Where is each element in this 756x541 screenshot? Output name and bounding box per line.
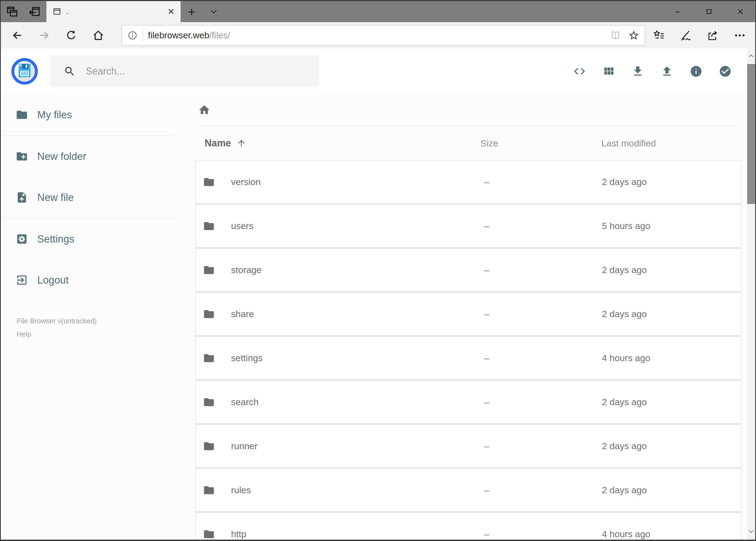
- column-header-size[interactable]: Size: [480, 138, 601, 149]
- file-size: –: [481, 441, 602, 451]
- folder-icon: [203, 264, 215, 276]
- tab-bar-spacer: [225, 1, 662, 22]
- more-actions-button[interactable]: [726, 25, 753, 46]
- close-window-button[interactable]: [725, 1, 756, 22]
- file-name: search: [231, 397, 481, 407]
- sidebar-item-logout[interactable]: Logout: [0, 260, 178, 300]
- scrollbar-thumb[interactable]: [747, 64, 755, 204]
- file-size: –: [481, 529, 602, 539]
- file-list: version – 2 days ago users – 5 hours ago…: [195, 160, 741, 541]
- refresh-icon: [66, 30, 77, 41]
- file-row-settings[interactable]: settings – 4 hours ago: [196, 337, 741, 379]
- filebrowser-header: [0, 48, 756, 94]
- sidebar-item-my-files[interactable]: My files: [0, 94, 178, 135]
- file-row-storage[interactable]: storage – 2 days ago: [196, 249, 741, 291]
- set-tabs-aside-icon: [28, 5, 41, 18]
- file-row-rules[interactable]: rules – 2 days ago: [196, 469, 741, 511]
- file-modified: 2 days ago: [602, 177, 741, 187]
- folder-icon: [203, 440, 215, 452]
- file-row-version[interactable]: version – 2 days ago: [196, 161, 741, 203]
- page-info-icon[interactable]: [127, 30, 137, 41]
- file-modified: 4 hours ago: [602, 353, 741, 363]
- web-note-pen-icon: [680, 29, 692, 41]
- help-link[interactable]: Help: [17, 329, 178, 339]
- sidebar-item-new-file[interactable]: New file: [0, 177, 178, 218]
- file-modified: 2 days ago: [602, 485, 741, 495]
- upload-button[interactable]: [652, 59, 681, 84]
- reading-view-button[interactable]: [610, 30, 621, 41]
- refresh-button[interactable]: [58, 25, 85, 46]
- tab-title: .: [66, 8, 69, 16]
- floppy-disk-logo-icon: [11, 58, 38, 85]
- folder-plus-icon: [16, 150, 28, 163]
- minimize-button[interactable]: [662, 1, 693, 22]
- address-bar[interactable]: filebrowser.web/files/: [122, 25, 645, 46]
- browser-window: . ✕ +: [0, 0, 756, 541]
- url-path: /files/: [209, 30, 230, 40]
- select-multiple-button[interactable]: [711, 59, 740, 84]
- search-icon: [64, 65, 76, 77]
- file-row-share[interactable]: share – 2 days ago: [196, 293, 741, 335]
- page-scrollbar[interactable]: [747, 48, 755, 540]
- share-icon: [707, 29, 719, 41]
- back-button[interactable]: [4, 25, 31, 46]
- file-name: storage: [231, 265, 481, 275]
- column-header-name[interactable]: Name: [205, 138, 480, 149]
- tab-list-dropdown-button[interactable]: [203, 1, 225, 22]
- filebrowser-logo[interactable]: [11, 58, 38, 85]
- tab-bar: . ✕ +: [0, 1, 756, 22]
- search-bar[interactable]: [50, 55, 319, 87]
- file-row-search[interactable]: search – 2 days ago: [196, 381, 741, 423]
- hub-favorites-button[interactable]: [645, 25, 672, 46]
- sidebar: My files New folder New file: [0, 94, 178, 541]
- folder-icon: [203, 396, 215, 408]
- folder-icon: [203, 176, 215, 188]
- gear-icon: [16, 233, 28, 245]
- file-modified: 2 days ago: [602, 397, 741, 407]
- tab-close-button[interactable]: ✕: [167, 7, 175, 16]
- scroll-down-button[interactable]: [747, 523, 755, 539]
- breadcrumb: [195, 94, 748, 126]
- forward-button[interactable]: [31, 25, 58, 46]
- folder-icon: [16, 109, 28, 121]
- share-button[interactable]: [699, 25, 726, 46]
- file-listing-panel: Name Size Last modified version – 2 days…: [178, 94, 748, 541]
- header-actions: [565, 59, 740, 84]
- new-tab-button[interactable]: +: [180, 1, 203, 22]
- sidebar-item-settings[interactable]: Settings: [0, 219, 178, 260]
- folder-icon: [203, 484, 215, 496]
- info-icon: [690, 65, 702, 78]
- web-note-button[interactable]: [672, 25, 699, 46]
- list-header: Name Size Last modified: [195, 126, 741, 160]
- sidebar-item-label: New folder: [37, 151, 86, 162]
- sidebar-item-label: New file: [37, 192, 74, 204]
- breadcrumb-home-button[interactable]: [198, 104, 210, 116]
- search-input[interactable]: [85, 65, 311, 77]
- add-favorite-button[interactable]: [628, 30, 639, 41]
- shell-toggle-button[interactable]: [565, 59, 594, 84]
- column-header-modified[interactable]: Last modified: [601, 138, 741, 149]
- sidebar-item-label: Settings: [37, 234, 74, 245]
- file-row-runner[interactable]: runner – 2 days ago: [196, 425, 741, 467]
- sidebar-item-new-folder[interactable]: New folder: [0, 136, 178, 177]
- browser-tab[interactable]: . ✕: [46, 1, 180, 22]
- file-row-users[interactable]: users – 5 hours ago: [196, 205, 741, 247]
- download-button[interactable]: [623, 59, 652, 84]
- file-size: –: [481, 485, 602, 495]
- home-button[interactable]: [85, 25, 112, 46]
- url-host: filebrowser.web: [148, 30, 209, 40]
- grid-view-button[interactable]: [594, 59, 623, 84]
- tab-preview-button[interactable]: [6, 5, 18, 18]
- file-row-http[interactable]: http – 4 hours ago: [196, 513, 741, 541]
- scroll-up-button[interactable]: [747, 48, 755, 64]
- set-tabs-aside-button[interactable]: [28, 5, 41, 18]
- minimize-icon: [674, 8, 681, 15]
- file-name: users: [231, 221, 481, 231]
- file-modified: 2 days ago: [602, 265, 741, 275]
- file-name: share: [231, 309, 481, 319]
- back-icon: [12, 30, 23, 41]
- file-size: –: [481, 397, 602, 407]
- maximize-button[interactable]: [693, 1, 725, 22]
- info-button[interactable]: [681, 59, 711, 84]
- file-name: settings: [231, 353, 481, 363]
